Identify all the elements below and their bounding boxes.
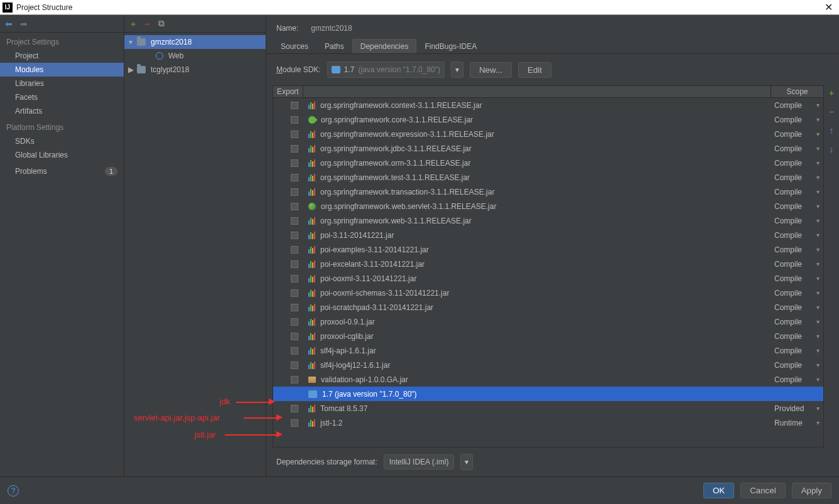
sdk-edit-button[interactable]: Edit (518, 62, 551, 78)
cancel-button[interactable]: Cancel (740, 483, 786, 498)
sidebar-item-sdks[interactable]: SDKs (0, 134, 124, 148)
scope-caret-icon[interactable]: ▾ (816, 362, 823, 368)
module-name-value[interactable]: gmzntc2018 (311, 24, 352, 33)
dep-up-icon[interactable]: ↑ (830, 126, 834, 136)
export-checkbox[interactable] (291, 217, 298, 225)
dependency-row[interactable]: slf4j-log4j12-1.6.1.jarCompile▾ (273, 358, 823, 372)
scope-caret-icon[interactable]: ▾ (816, 419, 823, 426)
scope-caret-icon[interactable]: ▾ (816, 174, 823, 181)
scope-caret-icon[interactable]: ▾ (816, 289, 823, 296)
dependency-row[interactable]: poi-ooxml-3.11-20141221.jarCompile▾ (273, 271, 823, 286)
export-checkbox[interactable] (291, 405, 298, 412)
scope-caret-icon[interactable]: ▾ (816, 347, 823, 354)
dependency-row[interactable]: org.springframework.web-3.1.1.RELEASE.ja… (273, 213, 823, 228)
scope-caret-icon[interactable]: ▾ (816, 232, 823, 239)
export-checkbox[interactable] (291, 275, 298, 282)
export-checkbox[interactable] (291, 289, 298, 297)
export-checkbox[interactable] (291, 116, 298, 124)
sidebar-item-facets[interactable]: Facets (0, 90, 124, 104)
ok-button[interactable]: OK (703, 483, 734, 498)
dependency-row[interactable]: org.springframework.jdbc-3.1.1.RELEASE.j… (273, 141, 823, 156)
scope-caret-icon[interactable]: ▾ (816, 102, 823, 109)
dep-remove-icon[interactable]: − (829, 107, 834, 117)
tree-twisty-icon[interactable]: ▾ (127, 38, 134, 46)
col-export-header[interactable]: Export (273, 86, 303, 97)
dependency-row[interactable]: org.springframework.test-3.1.1.RELEASE.j… (273, 170, 823, 185)
dependency-row[interactable]: org.springframework.context-3.1.1.RELEAS… (273, 98, 823, 112)
dep-down-icon[interactable]: ↓ (830, 144, 834, 154)
scope-caret-icon[interactable]: ▾ (816, 260, 823, 267)
col-scope-header[interactable]: Scope (771, 86, 823, 97)
sidebar-item-artifacts[interactable]: Artifacts (0, 104, 124, 118)
dependency-row[interactable]: poi-excelant-3.11-20141221.jarCompile▾ (273, 257, 823, 271)
dependency-row[interactable]: validation-api-1.0.0.GA.jarCompile▾ (273, 372, 823, 387)
tree-node[interactable]: ▾gmzntc2018 (124, 35, 266, 49)
scope-caret-icon[interactable]: ▾ (816, 188, 823, 195)
dependency-row[interactable]: org.springframework.transaction-3.1.1.RE… (273, 185, 823, 199)
sidebar-problems[interactable]: Problems 1 (0, 162, 124, 178)
export-checkbox[interactable] (291, 203, 298, 210)
nav-forward-icon[interactable]: ➡ (20, 19, 28, 29)
tree-copy-icon[interactable]: ⧉ (158, 18, 165, 29)
export-checkbox[interactable] (291, 174, 298, 181)
tree-remove-icon[interactable]: − (144, 19, 149, 29)
dependency-row[interactable]: proxool-cglib.jarCompile▾ (273, 329, 823, 343)
storage-format-select[interactable]: IntelliJ IDEA (.iml) (384, 454, 455, 469)
tree-twisty-icon[interactable]: ▶ (127, 65, 134, 74)
dependency-row[interactable]: poi-scratchpad-3.11-20141221.jarCompile▾ (273, 300, 823, 314)
scope-caret-icon[interactable]: ▾ (816, 275, 823, 282)
export-checkbox[interactable] (291, 376, 298, 383)
sidebar-item-project[interactable]: Project (0, 49, 124, 63)
dependency-row[interactable]: poi-3.11-20141221.jarCompile▾ (273, 228, 823, 242)
export-checkbox[interactable] (291, 232, 298, 239)
tab-findbugs-idea[interactable]: FindBugs-IDEA (416, 39, 485, 53)
storage-format-caret-icon[interactable]: ▾ (460, 454, 473, 470)
export-checkbox[interactable] (291, 333, 298, 340)
export-checkbox[interactable] (291, 145, 298, 153)
sidebar-item-modules[interactable]: Modules (0, 63, 124, 77)
scope-caret-icon[interactable]: ▾ (816, 159, 823, 166)
dependency-row[interactable]: Tomcat 8.5.37Provided▾ (273, 401, 823, 416)
sidebar-item-libraries[interactable]: Libraries (0, 77, 124, 90)
scope-caret-icon[interactable]: ▾ (816, 217, 823, 224)
scope-caret-icon[interactable]: ▾ (816, 304, 823, 311)
export-checkbox[interactable] (291, 188, 298, 196)
scope-caret-icon[interactable]: ▾ (816, 131, 823, 137)
tab-sources[interactable]: Sources (273, 39, 317, 53)
scope-caret-icon[interactable]: ▾ (816, 405, 823, 412)
dependency-row[interactable]: org.springframework.web.servlet-3.1.1.RE… (273, 199, 823, 213)
tab-dependencies[interactable]: Dependencies (352, 39, 417, 53)
scope-caret-icon[interactable]: ▾ (816, 116, 823, 123)
module-tree[interactable]: ▾gmzntc2018Web▶tcglypt2018 (124, 33, 266, 476)
scope-caret-icon[interactable]: ▾ (816, 145, 823, 152)
export-checkbox[interactable] (291, 304, 298, 311)
close-icon[interactable]: ✕ (821, 1, 836, 13)
dependency-row[interactable]: jstl-1.2Runtime▾ (273, 416, 823, 430)
tree-node[interactable]: ▶tcglypt2018 (124, 63, 266, 77)
export-checkbox[interactable] (291, 318, 298, 326)
export-checkbox[interactable] (291, 419, 298, 427)
dependency-row[interactable]: org.springframework.expression-3.1.1.REL… (273, 127, 823, 141)
scope-caret-icon[interactable]: ▾ (816, 203, 823, 210)
tree-add-icon[interactable]: + (131, 19, 136, 29)
dependency-row[interactable]: proxool-0.9.1.jarCompile▾ (273, 314, 823, 329)
scope-caret-icon[interactable]: ▾ (816, 318, 823, 325)
scope-caret-icon[interactable]: ▾ (816, 376, 823, 383)
dependency-row[interactable]: poi-examples-3.11-20141221.jarCompile▾ (273, 242, 823, 257)
dependency-row[interactable]: 1.7 (java version "1.7.0_80") (273, 387, 823, 401)
tab-paths[interactable]: Paths (317, 39, 352, 53)
nav-back-icon[interactable]: ⬅ (5, 19, 13, 29)
help-icon[interactable]: ? (8, 485, 19, 496)
export-checkbox[interactable] (291, 246, 298, 254)
export-checkbox[interactable] (291, 362, 298, 369)
export-checkbox[interactable] (291, 159, 298, 167)
sdk-dropdown-caret-icon[interactable]: ▾ (451, 62, 463, 78)
module-sdk-select[interactable]: 1.7 (java version "1.7.0_80") (327, 62, 445, 78)
scope-caret-icon[interactable]: ▾ (816, 333, 823, 340)
export-checkbox[interactable] (291, 347, 298, 355)
export-checkbox[interactable] (291, 102, 298, 109)
tree-node[interactable]: Web (124, 49, 266, 63)
scope-caret-icon[interactable]: ▾ (816, 246, 823, 253)
dependency-row[interactable]: org.springframework.core-3.1.1.RELEASE.j… (273, 112, 823, 127)
sidebar-item-global-libraries[interactable]: Global Libraries (0, 148, 124, 162)
